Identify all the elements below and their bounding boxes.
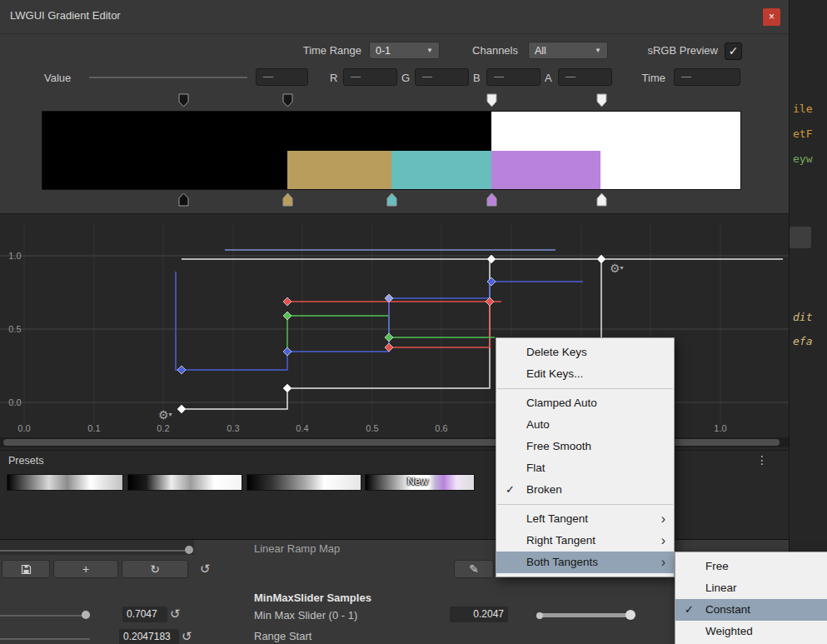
menu-item-auto[interactable]: Auto xyxy=(496,414,674,436)
section-title: MinMaxSlider Samples xyxy=(254,592,371,604)
color-key-marker[interactable] xyxy=(178,192,189,207)
color-key-marker[interactable] xyxy=(282,192,293,207)
sample-slider-handle[interactable] xyxy=(82,611,90,619)
alpha-key-marker[interactable] xyxy=(486,93,497,107)
add-button[interactable]: + xyxy=(53,560,118,578)
mini-slider[interactable] xyxy=(0,550,185,552)
curve-key[interactable] xyxy=(283,347,291,356)
preset-new-label[interactable]: New xyxy=(407,476,428,487)
gradient-color-strip xyxy=(42,151,740,190)
gradient-preview[interactable] xyxy=(42,111,741,190)
x-axis-tick-label: 0.2 xyxy=(157,423,169,433)
minmax-value-field[interactable]: 0.2047 xyxy=(450,607,508,622)
menu-item-free-smooth[interactable]: Free Smooth xyxy=(496,436,674,457)
r-field[interactable]: — xyxy=(343,68,397,86)
mini-slider-handle[interactable] xyxy=(185,546,193,554)
channels-dropdown[interactable]: All ▼ xyxy=(528,42,608,59)
x-axis-tick-label: 0.1 xyxy=(87,423,100,433)
undo-button[interactable]: ↺ xyxy=(182,629,192,644)
submenu-item-linear[interactable]: Linear xyxy=(675,577,827,599)
code-text: eyw xyxy=(793,152,812,165)
sample-value-field[interactable]: 0.7047 xyxy=(122,607,167,622)
alpha-key-marker[interactable] xyxy=(178,93,189,107)
curve-options-gear-icon[interactable]: ⚙▾ xyxy=(610,261,624,276)
color-key-marker[interactable] xyxy=(486,192,497,207)
submenu-item-weighted[interactable]: Weighted xyxy=(675,621,827,642)
chevron-down-icon: ▼ xyxy=(426,47,433,54)
time-field[interactable]: — xyxy=(674,68,740,86)
srgb-preview-checkbox[interactable]: ✓ xyxy=(725,42,742,60)
preset-swatch[interactable] xyxy=(7,474,123,491)
title-bar[interactable]: LWGUI Gradient Editor × xyxy=(0,0,789,34)
menu-item-both-tangents[interactable]: Both Tangents› xyxy=(496,552,674,573)
undo-button[interactable]: ↺ xyxy=(170,607,181,622)
curve-red[interactable] xyxy=(287,302,501,347)
curve-key[interactable] xyxy=(283,312,291,320)
preset-swatch[interactable] xyxy=(247,474,361,491)
menu-item-label: Clamped Auto xyxy=(526,397,597,409)
curve-key[interactable] xyxy=(283,384,291,392)
menu-item-label: Right Tangent xyxy=(526,534,595,547)
channels-value: All xyxy=(535,45,546,57)
edit-button[interactable]: ✎ xyxy=(454,560,494,578)
time-range-dropdown[interactable]: 0-1 ▼ xyxy=(369,42,440,59)
menu-item-left-tangent[interactable]: Left Tangent› xyxy=(496,508,674,530)
kebab-menu-icon[interactable]: ⋮ xyxy=(756,453,768,467)
menu-item-flat[interactable]: Flat xyxy=(496,457,674,479)
menu-item-delete-keys[interactable]: Delete Keys xyxy=(496,342,674,363)
menu-item-edit-keys[interactable]: Edit Keys... xyxy=(496,363,674,385)
refresh-button[interactable]: ↻ xyxy=(122,560,188,578)
gradient-alpha-strip xyxy=(42,112,740,151)
field-empty-value: — xyxy=(494,71,504,82)
menu-item-label: Broken xyxy=(526,483,562,496)
close-button[interactable]: × xyxy=(763,8,780,26)
menu-item-label: Delete Keys xyxy=(526,346,587,358)
minmax-handle-min[interactable] xyxy=(536,612,543,619)
sample-slider[interactable] xyxy=(0,615,90,617)
preset-swatch[interactable] xyxy=(127,474,242,491)
submenu-item-free[interactable]: Free xyxy=(675,556,827,577)
g-field[interactable]: — xyxy=(415,68,469,86)
alpha-key-marker[interactable] xyxy=(596,93,607,107)
range-start-field[interactable]: 0.2047183 xyxy=(119,629,179,644)
curve-key[interactable] xyxy=(487,277,496,286)
menu-separator xyxy=(497,388,673,389)
alpha-key-marker[interactable] xyxy=(282,93,293,107)
save-button[interactable] xyxy=(2,560,50,578)
field-value: 0.2047 xyxy=(473,608,504,620)
check-icon: ✓ xyxy=(506,479,515,501)
b-field[interactable]: — xyxy=(486,68,541,86)
minmax-range-fill[interactable] xyxy=(540,613,628,617)
minmax-handle-max[interactable] xyxy=(625,610,635,620)
curve-key[interactable] xyxy=(283,297,291,306)
x-axis-tick-label: 0.3 xyxy=(227,423,239,433)
curve-key[interactable] xyxy=(177,366,186,374)
menu-item-clamped-auto[interactable]: Clamped Auto xyxy=(496,392,674,414)
curve-white-step[interactable] xyxy=(182,259,490,409)
undo-button[interactable]: ↺ xyxy=(200,562,211,577)
curve-options-gear-icon[interactable]: ⚙▾ xyxy=(158,407,172,422)
value-slider[interactable] xyxy=(89,77,247,78)
curve-key[interactable] xyxy=(385,333,393,342)
color-key-marker[interactable] xyxy=(596,192,607,207)
code-scrollbar-block xyxy=(790,227,811,248)
x-axis-tick-label: 0.0 xyxy=(17,423,30,433)
submenu-item-constant[interactable]: ✓Constant xyxy=(675,599,827,621)
ramp-map-label: Linear Ramp Map xyxy=(254,542,340,555)
context-menu: Delete KeysEdit Keys...Clamped AutoAutoF… xyxy=(496,337,675,577)
menu-item-right-tangent[interactable]: Right Tangent› xyxy=(496,530,674,552)
curve-key[interactable] xyxy=(385,343,393,352)
color-key-marker[interactable] xyxy=(386,192,397,207)
field-empty-value: — xyxy=(351,71,361,82)
refresh-icon: ↻ xyxy=(150,562,160,576)
curve-key[interactable] xyxy=(177,405,186,413)
range-start-slider[interactable] xyxy=(0,638,90,640)
x-axis-tick-label: 0.5 xyxy=(366,423,378,433)
submenu-arrow-icon: › xyxy=(661,552,665,572)
value-field[interactable]: — xyxy=(256,68,308,86)
field-empty-value: — xyxy=(263,71,273,82)
time-label: Time xyxy=(634,72,665,84)
presets-label: Presets xyxy=(8,455,43,467)
a-field[interactable]: — xyxy=(558,68,612,86)
menu-item-broken[interactable]: ✓Broken xyxy=(496,479,674,501)
